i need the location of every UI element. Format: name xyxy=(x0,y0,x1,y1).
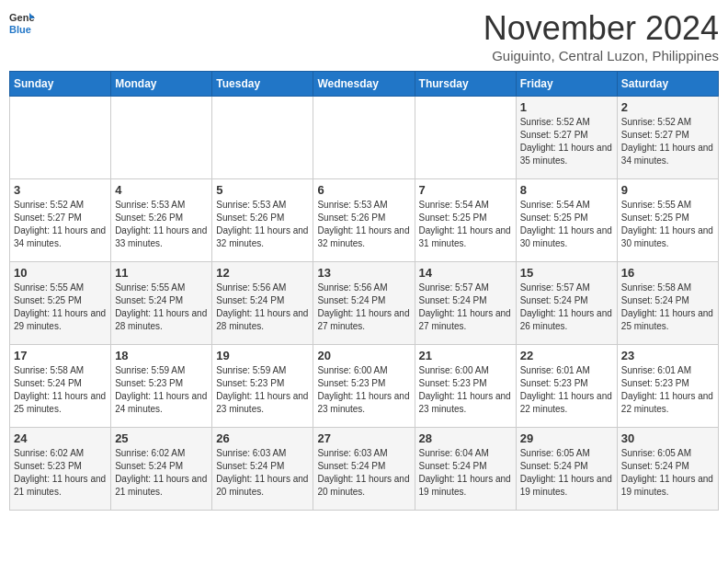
day-cell xyxy=(415,97,516,179)
day-cell: 25Sunrise: 6:02 AMSunset: 5:24 PMDayligh… xyxy=(111,428,212,511)
page-header: General Blue November 2024 Guiguinto, Ce… xyxy=(9,9,719,63)
day-info: Sunrise: 6:00 AMSunset: 5:23 PMDaylight:… xyxy=(419,364,512,416)
day-header-tuesday: Tuesday xyxy=(212,72,313,97)
day-cell: 3Sunrise: 5:52 AMSunset: 5:27 PMDaylight… xyxy=(10,179,111,262)
day-info: Sunrise: 5:58 AMSunset: 5:24 PMDaylight:… xyxy=(14,364,107,416)
logo: General Blue xyxy=(9,9,35,35)
day-cell: 17Sunrise: 5:58 AMSunset: 5:24 PMDayligh… xyxy=(10,345,111,428)
day-cell: 6Sunrise: 5:53 AMSunset: 5:26 PMDaylight… xyxy=(313,179,415,262)
day-info: Sunrise: 5:57 AMSunset: 5:24 PMDaylight:… xyxy=(520,282,613,333)
day-header-wednesday: Wednesday xyxy=(313,72,415,97)
day-number: 21 xyxy=(419,349,512,362)
day-number: 12 xyxy=(216,266,309,280)
day-info: Sunrise: 6:01 AMSunset: 5:23 PMDaylight:… xyxy=(621,364,714,416)
day-cell: 26Sunrise: 6:03 AMSunset: 5:24 PMDayligh… xyxy=(212,428,313,511)
day-cell: 20Sunrise: 6:00 AMSunset: 5:23 PMDayligh… xyxy=(313,345,415,428)
day-number: 16 xyxy=(621,266,714,280)
day-info: Sunrise: 5:54 AMSunset: 5:25 PMDaylight:… xyxy=(419,199,512,250)
day-cell: 23Sunrise: 6:01 AMSunset: 5:23 PMDayligh… xyxy=(617,345,718,428)
day-info: Sunrise: 5:52 AMSunset: 5:27 PMDaylight:… xyxy=(520,116,613,167)
day-cell: 30Sunrise: 6:05 AMSunset: 5:24 PMDayligh… xyxy=(617,428,718,511)
day-info: Sunrise: 5:54 AMSunset: 5:25 PMDaylight:… xyxy=(520,199,613,250)
day-info: Sunrise: 5:55 AMSunset: 5:24 PMDaylight:… xyxy=(115,282,208,333)
day-number: 23 xyxy=(621,349,714,362)
day-header-monday: Monday xyxy=(111,72,212,97)
day-info: Sunrise: 5:57 AMSunset: 5:24 PMDaylight:… xyxy=(419,282,512,333)
day-header-friday: Friday xyxy=(516,72,617,97)
week-row-3: 10Sunrise: 5:55 AMSunset: 5:25 PMDayligh… xyxy=(10,262,719,345)
day-info: Sunrise: 6:05 AMSunset: 5:24 PMDaylight:… xyxy=(621,447,714,499)
day-info: Sunrise: 5:55 AMSunset: 5:25 PMDaylight:… xyxy=(14,282,107,333)
location-title: Guiguinto, Central Luzon, Philippines xyxy=(483,48,719,63)
day-number: 14 xyxy=(419,266,512,280)
day-number: 2 xyxy=(621,100,714,114)
calendar-table: SundayMondayTuesdayWednesdayThursdayFrid… xyxy=(9,71,719,511)
day-info: Sunrise: 6:04 AMSunset: 5:24 PMDaylight:… xyxy=(419,447,512,499)
day-cell xyxy=(212,97,313,179)
day-cell xyxy=(111,97,212,179)
day-number: 6 xyxy=(317,183,410,197)
day-number: 25 xyxy=(115,431,208,445)
day-number: 17 xyxy=(14,349,107,362)
day-cell: 29Sunrise: 6:05 AMSunset: 5:24 PMDayligh… xyxy=(516,428,617,511)
day-cell: 22Sunrise: 6:01 AMSunset: 5:23 PMDayligh… xyxy=(516,345,617,428)
day-cell: 1Sunrise: 5:52 AMSunset: 5:27 PMDaylight… xyxy=(516,97,617,179)
day-cell: 4Sunrise: 5:53 AMSunset: 5:26 PMDaylight… xyxy=(111,179,212,262)
svg-text:Blue: Blue xyxy=(9,24,31,35)
day-cell: 5Sunrise: 5:53 AMSunset: 5:26 PMDaylight… xyxy=(212,179,313,262)
day-info: Sunrise: 5:59 AMSunset: 5:23 PMDaylight:… xyxy=(115,364,208,416)
day-info: Sunrise: 6:03 AMSunset: 5:24 PMDaylight:… xyxy=(216,447,309,499)
month-title: November 2024 xyxy=(483,9,719,48)
day-cell: 28Sunrise: 6:04 AMSunset: 5:24 PMDayligh… xyxy=(415,428,516,511)
day-number: 7 xyxy=(419,183,512,197)
logo-icon: General Blue xyxy=(9,9,35,35)
day-number: 10 xyxy=(14,266,107,280)
day-number: 29 xyxy=(520,431,613,445)
day-cell: 16Sunrise: 5:58 AMSunset: 5:24 PMDayligh… xyxy=(617,262,718,345)
day-cell: 11Sunrise: 5:55 AMSunset: 5:24 PMDayligh… xyxy=(111,262,212,345)
day-header-saturday: Saturday xyxy=(617,72,718,97)
day-cell: 14Sunrise: 5:57 AMSunset: 5:24 PMDayligh… xyxy=(415,262,516,345)
day-info: Sunrise: 5:58 AMSunset: 5:24 PMDaylight:… xyxy=(621,282,714,333)
day-number: 13 xyxy=(317,266,410,280)
day-info: Sunrise: 6:00 AMSunset: 5:23 PMDaylight:… xyxy=(317,364,410,416)
day-cell xyxy=(10,97,111,179)
day-cell: 21Sunrise: 6:00 AMSunset: 5:23 PMDayligh… xyxy=(415,345,516,428)
calendar-header-row: SundayMondayTuesdayWednesdayThursdayFrid… xyxy=(10,72,719,97)
day-info: Sunrise: 5:59 AMSunset: 5:23 PMDaylight:… xyxy=(216,364,309,416)
day-cell: 13Sunrise: 5:56 AMSunset: 5:24 PMDayligh… xyxy=(313,262,415,345)
day-number: 5 xyxy=(216,183,309,197)
day-number: 19 xyxy=(216,349,309,362)
day-number: 22 xyxy=(520,349,613,362)
day-number: 15 xyxy=(520,266,613,280)
day-info: Sunrise: 5:53 AMSunset: 5:26 PMDaylight:… xyxy=(317,199,410,250)
day-info: Sunrise: 6:02 AMSunset: 5:23 PMDaylight:… xyxy=(14,447,107,499)
day-number: 27 xyxy=(317,431,410,445)
day-info: Sunrise: 5:53 AMSunset: 5:26 PMDaylight:… xyxy=(115,199,208,250)
day-cell: 12Sunrise: 5:56 AMSunset: 5:24 PMDayligh… xyxy=(212,262,313,345)
day-number: 11 xyxy=(115,266,208,280)
day-number: 20 xyxy=(317,349,410,362)
day-number: 26 xyxy=(216,431,309,445)
day-number: 9 xyxy=(621,183,714,197)
day-number: 8 xyxy=(520,183,613,197)
day-number: 24 xyxy=(14,431,107,445)
day-cell: 24Sunrise: 6:02 AMSunset: 5:23 PMDayligh… xyxy=(10,428,111,511)
day-number: 30 xyxy=(621,431,714,445)
week-row-1: 1Sunrise: 5:52 AMSunset: 5:27 PMDaylight… xyxy=(10,97,719,179)
day-cell: 19Sunrise: 5:59 AMSunset: 5:23 PMDayligh… xyxy=(212,345,313,428)
day-header-thursday: Thursday xyxy=(415,72,516,97)
day-cell: 10Sunrise: 5:55 AMSunset: 5:25 PMDayligh… xyxy=(10,262,111,345)
title-block: November 2024 Guiguinto, Central Luzon, … xyxy=(483,9,719,63)
day-info: Sunrise: 5:53 AMSunset: 5:26 PMDaylight:… xyxy=(216,199,309,250)
day-cell: 2Sunrise: 5:52 AMSunset: 5:27 PMDaylight… xyxy=(617,97,718,179)
week-row-2: 3Sunrise: 5:52 AMSunset: 5:27 PMDaylight… xyxy=(10,179,719,262)
day-number: 18 xyxy=(115,349,208,362)
day-info: Sunrise: 5:52 AMSunset: 5:27 PMDaylight:… xyxy=(14,199,107,250)
day-cell: 9Sunrise: 5:55 AMSunset: 5:25 PMDaylight… xyxy=(617,179,718,262)
day-cell: 15Sunrise: 5:57 AMSunset: 5:24 PMDayligh… xyxy=(516,262,617,345)
day-number: 1 xyxy=(520,100,613,114)
day-info: Sunrise: 6:01 AMSunset: 5:23 PMDaylight:… xyxy=(520,364,613,416)
day-number: 4 xyxy=(115,183,208,197)
day-cell: 7Sunrise: 5:54 AMSunset: 5:25 PMDaylight… xyxy=(415,179,516,262)
